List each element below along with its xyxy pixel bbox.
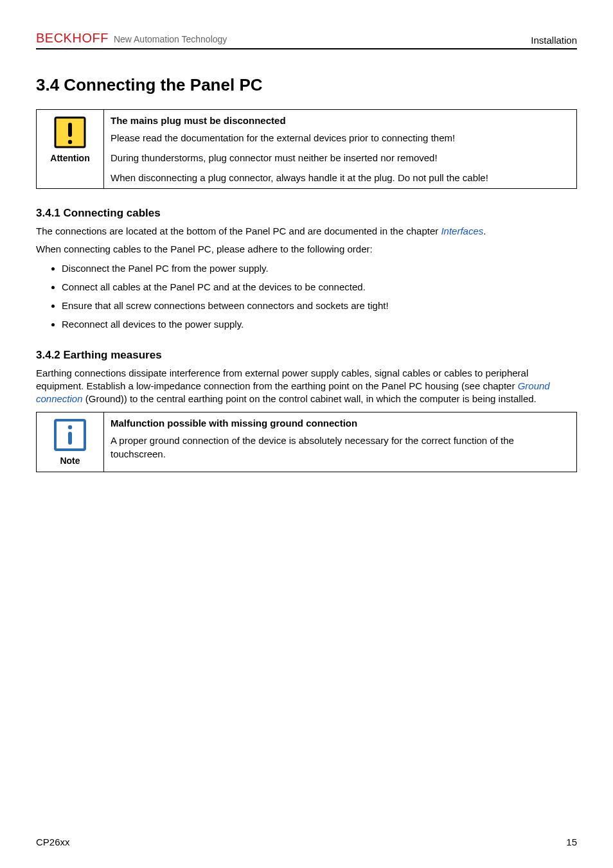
- page-header: BECKHOFF New Automation Technology Insta…: [36, 31, 577, 49]
- svg-point-4: [68, 425, 72, 429]
- sub1-paragraph-2: When connecting cables to the Panel PC, …: [36, 243, 577, 256]
- footer-page-number: 15: [566, 837, 577, 847]
- attention-line2: During thunderstorms, plug connector mus…: [111, 151, 570, 164]
- attention-icon: [54, 116, 86, 148]
- note-body: A proper ground connection of the device…: [111, 434, 570, 461]
- list-item: Reconnect all devices to the power suppl…: [62, 317, 577, 331]
- info-icon: [54, 419, 86, 451]
- list-item: Ensure that all screw connections betwee…: [62, 299, 577, 312]
- svg-rect-1: [68, 123, 72, 137]
- attention-title: The mains plug must be disconnected: [111, 114, 570, 127]
- sub1-paragraph-1: The connections are located at the botto…: [36, 225, 577, 238]
- interfaces-link[interactable]: Interfaces: [441, 226, 483, 236]
- svg-rect-5: [68, 432, 72, 445]
- section-title: 3.4 Connecting the Panel PC: [36, 75, 577, 95]
- brand-block: BECKHOFF New Automation Technology: [36, 31, 227, 46]
- note-box: Note Malfunction possible with missing g…: [36, 412, 577, 472]
- brand-name: BECKHOFF: [36, 31, 109, 46]
- header-chapter: Installation: [531, 35, 577, 46]
- sub1-bullet-list: Disconnect the Panel PC from the power s…: [62, 261, 577, 331]
- attention-box: Attention The mains plug must be disconn…: [36, 109, 577, 189]
- note-label: Note: [43, 455, 97, 468]
- footer-doc-id: CP26xx: [36, 837, 70, 847]
- subsection-2-title: 3.4.2 Earthing measures: [36, 349, 577, 362]
- attention-line1: Please read the documentation for the ex…: [111, 131, 570, 145]
- subsection-1-title: 3.4.1 Connecting cables: [36, 207, 577, 220]
- page-footer: CP26xx 15: [36, 837, 577, 847]
- note-title: Malfunction possible with missing ground…: [111, 416, 570, 430]
- list-item: Connect all cables at the Panel PC and a…: [62, 280, 577, 294]
- list-item: Disconnect the Panel PC from the power s…: [62, 261, 577, 275]
- brand-tagline: New Automation Technology: [114, 34, 227, 44]
- sub2-paragraph-1: Earthing connections dissipate interfere…: [36, 367, 577, 406]
- svg-point-2: [68, 140, 72, 144]
- attention-label: Attention: [43, 152, 97, 165]
- attention-line3: When disconnecting a plug connector, alw…: [111, 171, 570, 184]
